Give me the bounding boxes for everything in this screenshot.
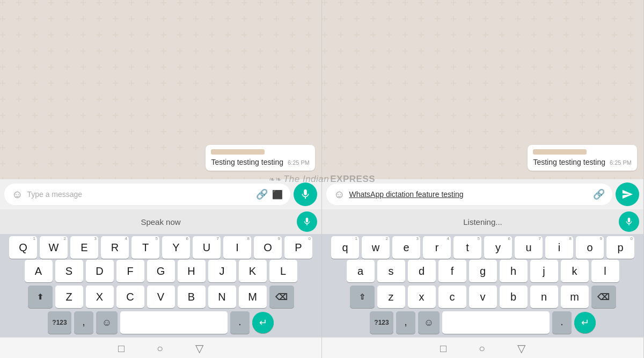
chat-area-left: Testing testing testing 6:25 PM <box>0 0 321 179</box>
key-j[interactable]: j <box>530 260 558 282</box>
attach-icon-left[interactable]: 🔗 <box>256 188 268 200</box>
key-W[interactable]: 2W <box>40 236 68 259</box>
enter-key-1[interactable]: ↵ <box>574 312 596 333</box>
nav-circle-right[interactable]: ○ <box>479 342 485 355</box>
emoji-icon-right[interactable]: ☺ <box>334 188 345 201</box>
camera-icon-left[interactable]: ⬛ <box>272 189 283 200</box>
comma-key-1[interactable]: , <box>396 311 415 334</box>
key-k[interactable]: k <box>561 260 589 282</box>
key-F[interactable]: F <box>116 260 144 282</box>
nav-circle-left[interactable]: ○ <box>157 342 163 355</box>
shift-key-0[interactable]: ⬆ <box>28 286 53 308</box>
emoji-icon-left[interactable]: ☺ <box>12 188 23 201</box>
key-s[interactable]: s <box>377 260 405 282</box>
key-Y[interactable]: 6Y <box>162 236 190 259</box>
key-B[interactable]: B <box>178 286 206 308</box>
mic-small-button-left[interactable] <box>297 211 317 232</box>
key-x[interactable]: x <box>408 286 436 308</box>
key-m[interactable]: m <box>561 286 589 308</box>
key-G[interactable]: G <box>147 260 175 282</box>
message-text-left: Testing testing testing 6:25 PM <box>211 158 310 166</box>
key-O[interactable]: 9O <box>254 236 282 259</box>
key-z[interactable]: z <box>377 286 405 308</box>
key-V[interactable]: V <box>147 286 175 308</box>
nav-triangle-right[interactable]: ▽ <box>517 342 525 355</box>
key-i[interactable]: 8i <box>545 236 573 259</box>
keyboard-row-3-0: ⬆ZXCVBNM⌫ <box>1 286 320 308</box>
key-c[interactable]: c <box>438 286 466 308</box>
send-icon-right <box>621 188 633 200</box>
keyboard-row-2-0: ASDFGHJKL <box>1 260 320 282</box>
key-e[interactable]: 3e <box>392 236 420 259</box>
key-I[interactable]: 8I <box>223 236 251 259</box>
key-R[interactable]: 4R <box>101 236 129 259</box>
key-o[interactable]: 9o <box>576 236 604 259</box>
space-key-0[interactable] <box>120 311 228 334</box>
key-L[interactable]: L <box>269 260 297 282</box>
keyboard-row-3-1: ⇧zxcvbnm⌫ <box>323 286 642 308</box>
key-w[interactable]: 2w <box>362 236 390 259</box>
key-d[interactable]: d <box>408 260 436 282</box>
key-Q[interactable]: 1Q <box>9 236 37 259</box>
enter-key-0[interactable]: ↵ <box>252 312 274 333</box>
space-key-1[interactable] <box>442 311 550 334</box>
attach-icon-right[interactable]: 🔗 <box>593 188 605 200</box>
key-Z[interactable]: Z <box>55 286 83 308</box>
key-K[interactable]: K <box>239 260 267 282</box>
key-J[interactable]: J <box>208 260 236 282</box>
key-E[interactable]: 3E <box>70 236 98 259</box>
key-q[interactable]: 1q <box>331 236 359 259</box>
key-a[interactable]: a <box>347 260 375 282</box>
emoji-key-1[interactable]: ☺ <box>418 311 440 334</box>
key-H[interactable]: H <box>178 260 206 282</box>
nums-key-0[interactable]: ?123 <box>48 311 71 334</box>
period-key-0[interactable]: . <box>230 311 250 334</box>
key-b[interactable]: b <box>500 286 528 308</box>
key-P[interactable]: 0P <box>284 236 312 259</box>
key-v[interactable]: v <box>469 286 497 308</box>
key-N[interactable]: N <box>208 286 236 308</box>
key-A[interactable]: A <box>25 260 53 282</box>
sender-name-right <box>533 149 587 155</box>
nav-square-left[interactable]: □ <box>118 342 125 355</box>
key-S[interactable]: S <box>55 260 83 282</box>
emoji-key-0[interactable]: ☺ <box>96 311 118 334</box>
message-content-right: Testing testing testing <box>533 158 605 166</box>
key-X[interactable]: X <box>86 286 114 308</box>
keyboard-right: 1q2w3e4r5t6y7u8i9o0pasdfghjkl⇧zxcvbnm⌫?1… <box>322 234 643 337</box>
input-field-right[interactable]: ☺ WhatsApp dictation feature testing 🔗 <box>326 184 612 205</box>
backspace-key-0[interactable]: ⌫ <box>269 286 294 308</box>
shift-key-1[interactable]: ⇧ <box>350 286 375 308</box>
comma-key-0[interactable]: , <box>74 311 93 334</box>
key-p[interactable]: 0p <box>606 236 634 259</box>
key-T[interactable]: 5T <box>131 236 159 259</box>
key-l[interactable]: l <box>591 260 619 282</box>
dictation-bar-right: Listening... <box>322 209 643 234</box>
key-D[interactable]: D <box>86 260 114 282</box>
key-U[interactable]: 7U <box>193 236 221 259</box>
key-h[interactable]: h <box>500 260 528 282</box>
key-n[interactable]: n <box>530 286 558 308</box>
send-button-right[interactable] <box>616 182 639 206</box>
period-key-1[interactable]: . <box>552 311 572 334</box>
mic-small-button-right[interactable] <box>619 211 639 232</box>
dictation-status-right: Listening... <box>463 217 502 227</box>
nav-square-right[interactable]: □ <box>440 342 447 355</box>
key-f[interactable]: f <box>438 260 466 282</box>
nav-bar-left: □ ○ ▽ <box>0 337 321 358</box>
key-g[interactable]: g <box>469 260 497 282</box>
mic-button-left[interactable] <box>294 182 317 206</box>
key-t[interactable]: 5t <box>453 236 481 259</box>
key-r[interactable]: 4r <box>423 236 451 259</box>
key-y[interactable]: 6y <box>484 236 512 259</box>
keyboard-row-1-0: 1Q2W3E4R5T6Y7U8I9O0P <box>1 236 320 259</box>
mic-small-icon-left <box>302 217 312 227</box>
message-text-right: Testing testing testing 6:25 PM <box>533 158 632 166</box>
backspace-key-1[interactable]: ⌫ <box>591 286 616 308</box>
key-C[interactable]: C <box>116 286 144 308</box>
key-M[interactable]: M <box>239 286 267 308</box>
input-field-left[interactable]: ☺ Type a message 🔗 ⬛ <box>4 184 290 205</box>
key-u[interactable]: 7u <box>515 236 543 259</box>
nav-triangle-left[interactable]: ▽ <box>195 342 203 355</box>
nums-key-1[interactable]: ?123 <box>370 311 393 334</box>
